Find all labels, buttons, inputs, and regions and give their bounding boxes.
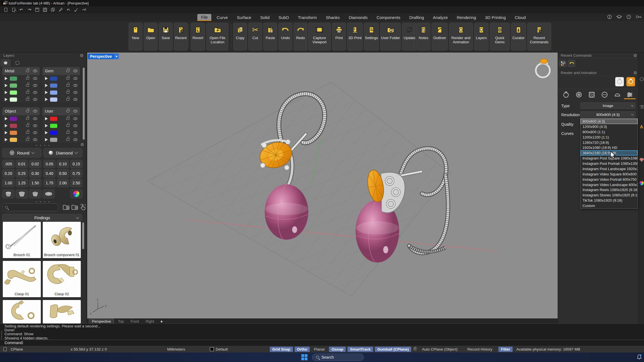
- revert-button[interactable]: Revert: [191, 23, 205, 51]
- toggle-ortho[interactable]: Ortho: [295, 347, 310, 352]
- gem-size-button[interactable]: 1.25: [16, 179, 28, 187]
- toggle-grid-snap[interactable]: Grid Snap: [270, 347, 293, 352]
- viewport-tab-right[interactable]: Right: [143, 319, 157, 324]
- gem-size-button[interactable]: 0.15: [70, 160, 82, 168]
- lock-icon[interactable]: [26, 98, 29, 101]
- lock-icon[interactable]: [66, 132, 69, 134]
- layer-color-swatch[interactable]: [10, 97, 17, 102]
- strip-gem-red-icon[interactable]: [638, 158, 644, 162]
- resolution-option[interactable]: Instagram Video Square 600x600 (1:1): [581, 172, 638, 177]
- eye-icon[interactable]: [73, 98, 77, 101]
- viewport-perspective[interactable]: Perspective: [87, 53, 558, 318]
- lock-icon[interactable]: [66, 139, 69, 141]
- play-icon[interactable]: [5, 84, 8, 87]
- qat-save-all-icon[interactable]: [42, 7, 48, 12]
- lock-icon[interactable]: [66, 98, 69, 101]
- resolution-option[interactable]: TikTok 1080x1920 (9:16): [581, 198, 638, 203]
- capture-viewport-button[interactable]: Capture Viewport: [308, 23, 331, 51]
- update-button[interactable]: Update: [402, 23, 417, 51]
- 3d-print-button[interactable]: 3D Print: [347, 23, 363, 51]
- toggle-auto-cplane[interactable]: Auto CPlane (Object): [419, 347, 460, 352]
- resolution-option[interactable]: Instagram Video Landscape 600x315 (40:21…: [581, 182, 638, 187]
- layer-row[interactable]: [42, 136, 80, 143]
- setting-style-button[interactable]: [16, 189, 28, 198]
- render-tab-ring[interactable]: [561, 91, 571, 98]
- curator-button[interactable]: Curator: [511, 23, 526, 51]
- findings-scrollbar[interactable]: [82, 222, 84, 249]
- play-icon[interactable]: [5, 98, 8, 101]
- layers-tab-display[interactable]: [12, 59, 22, 66]
- play-icon[interactable]: [45, 98, 48, 101]
- layer-row[interactable]: [2, 96, 40, 103]
- render-tab-gem[interactable]: [574, 91, 584, 98]
- learn-icon[interactable]: [616, 15, 622, 19]
- layer-color-swatch[interactable]: [10, 84, 17, 88]
- info-icon[interactable]: [607, 15, 612, 19]
- qat-copy-icon[interactable]: [50, 7, 55, 12]
- gem-size-button[interactable]: 2.50: [70, 179, 82, 187]
- play-icon[interactable]: [45, 77, 48, 80]
- lock-icon[interactable]: [26, 70, 29, 72]
- quick-gems-button[interactable]: Quick Gems: [490, 23, 510, 51]
- gem-size-button[interactable]: 0.75: [70, 169, 82, 178]
- gem-size-button[interactable]: 0.40: [43, 169, 56, 178]
- gem-size-button[interactable]: 0.05: [43, 160, 56, 168]
- play-icon[interactable]: [45, 138, 48, 141]
- paste-button[interactable]: Paste: [263, 23, 277, 51]
- resolution-option[interactable]: 1920x1080 (16:9) HD: [581, 145, 638, 150]
- copy-button[interactable]: Copy: [233, 23, 247, 51]
- lock-icon[interactable]: [66, 77, 69, 80]
- layer-color-swatch[interactable]: [50, 124, 57, 128]
- resolution-option[interactable]: Instagram Post Portrait 1080x1350 (4:5): [581, 161, 638, 166]
- setting-style-button[interactable]: [29, 189, 41, 198]
- gem-size-button[interactable]: 1.00: [2, 179, 15, 187]
- eye-icon[interactable]: [33, 70, 37, 72]
- tab-3d-printing[interactable]: 3D Printing: [481, 14, 509, 21]
- qat-template-icon[interactable]: [11, 7, 16, 12]
- qat-curve-edit-icon[interactable]: [58, 7, 63, 12]
- eye-icon[interactable]: [73, 131, 77, 134]
- layer-group-header[interactable]: Gem: [42, 67, 80, 75]
- strip-artisan-logo-icon[interactable]: A: [638, 125, 644, 130]
- save-button[interactable]: Save: [159, 23, 173, 51]
- qat-twist-icon[interactable]: [82, 7, 87, 12]
- gem-shape-select[interactable]: Round: [2, 148, 41, 158]
- status-units[interactable]: Millimeters: [167, 347, 205, 351]
- layer-row[interactable]: [2, 89, 40, 96]
- layers-button[interactable]: Layers: [474, 23, 489, 51]
- finding-item-brooch-01[interactable]: Brooch 01: [3, 222, 41, 258]
- render-tab-output-settings[interactable]: [625, 91, 634, 98]
- lock-icon[interactable]: [66, 110, 69, 112]
- eye-icon[interactable]: [73, 117, 77, 120]
- layer-color-swatch[interactable]: [50, 138, 57, 142]
- tab-drafting[interactable]: Drafting: [406, 14, 428, 21]
- lock-icon[interactable]: [26, 77, 29, 80]
- play-icon[interactable]: [5, 131, 8, 134]
- lock-icon[interactable]: [66, 118, 69, 120]
- layer-row[interactable]: [2, 75, 40, 82]
- tab-cloud[interactable]: Cloud: [511, 14, 529, 21]
- command-panel-grip[interactable]: [1, 330, 2, 339]
- lock-icon[interactable]: [26, 118, 29, 120]
- tab-diamonds[interactable]: Diamonds: [345, 14, 371, 21]
- tab-rendering[interactable]: Rendering: [453, 14, 480, 21]
- layer-group-header[interactable]: Object: [2, 107, 40, 115]
- play-icon[interactable]: [5, 138, 8, 141]
- qat-new-icon[interactable]: [3, 7, 8, 12]
- gem-size-button[interactable]: 0.30: [29, 169, 41, 178]
- layer-color-swatch[interactable]: [50, 84, 57, 88]
- recent-commands-button[interactable]: Recent Commands: [527, 23, 551, 51]
- eye-icon[interactable]: [33, 117, 37, 120]
- gem-size-button[interactable]: .005: [2, 160, 15, 168]
- strip-outliner-icon[interactable]: [638, 105, 644, 109]
- print-button[interactable]: Print: [332, 23, 346, 51]
- strip-gem-circle-icon[interactable]: [638, 77, 644, 81]
- layer-color-swatch[interactable]: [10, 77, 17, 81]
- redo-button[interactable]: Redo: [293, 23, 307, 51]
- resolution-option[interactable]: Instagram Post Square 1080x1080 (1:1): [581, 156, 638, 161]
- taskbar-search[interactable]: Search: [312, 354, 364, 361]
- recent-commands-gear-icon[interactable]: ⚙: [633, 53, 637, 58]
- layer-row[interactable]: [42, 122, 80, 129]
- qat-bend-icon[interactable]: [74, 7, 79, 12]
- lock-icon[interactable]: [26, 110, 29, 112]
